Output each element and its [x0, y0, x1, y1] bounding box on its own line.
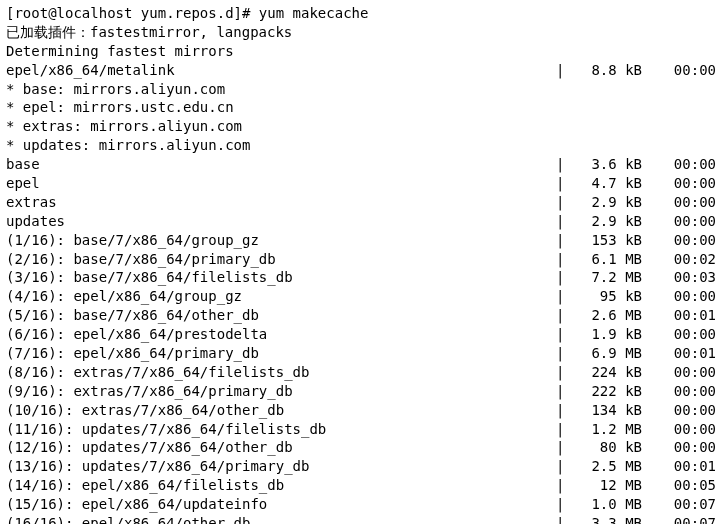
- time: 00:00: [646, 325, 716, 344]
- item-name: (4/16): epel/x86_64/group_gz: [6, 287, 556, 306]
- size: 222 kB: [572, 382, 646, 401]
- file-row: (14/16): epel/x86_64/filelists_db|12 MB0…: [6, 476, 716, 495]
- separator: |: [556, 476, 572, 495]
- size: 95 kB: [572, 287, 646, 306]
- time: 00:00: [646, 61, 716, 80]
- separator: |: [556, 268, 572, 287]
- item-name: (2/16): base/7/x86_64/primary_db: [6, 250, 556, 269]
- item-name: (7/16): epel/x86_64/primary_db: [6, 344, 556, 363]
- size: 2.6 MB: [572, 306, 646, 325]
- size: 3.6 kB: [572, 155, 646, 174]
- time: 00:01: [646, 306, 716, 325]
- time: 00:01: [646, 457, 716, 476]
- separator: |: [556, 382, 572, 401]
- repo-name: epel/x86_64/metalink: [6, 61, 556, 80]
- separator: |: [556, 363, 572, 382]
- time: 00:00: [646, 287, 716, 306]
- size: 224 kB: [572, 363, 646, 382]
- item-name: (16/16): epel/x86_64/other_db: [6, 514, 556, 524]
- separator: |: [556, 174, 572, 193]
- shell-prompt[interactable]: [root@localhost yum.repos.d]# yum makeca…: [6, 4, 716, 23]
- separator: |: [556, 457, 572, 476]
- size: 2.9 kB: [572, 193, 646, 212]
- time: 00:00: [646, 401, 716, 420]
- file-row: (13/16): updates/7/x86_64/primary_db|2.5…: [6, 457, 716, 476]
- file-row: (3/16): base/7/x86_64/filelists_db|7.2 M…: [6, 268, 716, 287]
- separator: |: [556, 438, 572, 457]
- file-row: (5/16): base/7/x86_64/other_db|2.6 MB00:…: [6, 306, 716, 325]
- item-name: (6/16): epel/x86_64/prestodelta: [6, 325, 556, 344]
- time: 00:00: [646, 363, 716, 382]
- file-row: (9/16): extras/7/x86_64/primary_db|222 k…: [6, 382, 716, 401]
- size: 153 kB: [572, 231, 646, 250]
- time: 00:00: [646, 174, 716, 193]
- terminal-output: [root@localhost yum.repos.d]# yum makeca…: [6, 4, 716, 524]
- time: 00:00: [646, 438, 716, 457]
- separator: |: [556, 155, 572, 174]
- separator: |: [556, 325, 572, 344]
- item-name: (14/16): epel/x86_64/filelists_db: [6, 476, 556, 495]
- time: 00:03: [646, 268, 716, 287]
- repo-row: epel|4.7 kB00:00: [6, 174, 716, 193]
- file-row: (1/16): base/7/x86_64/group_gz|153 kB00:…: [6, 231, 716, 250]
- plugins-line: 已加载插件：fastestmirror, langpacks: [6, 23, 716, 42]
- item-name: epel: [6, 174, 556, 193]
- file-row: (15/16): epel/x86_64/updateinfo|1.0 MB00…: [6, 495, 716, 514]
- size: 8.8 kB: [572, 61, 646, 80]
- item-name: (10/16): extras/7/x86_64/other_db: [6, 401, 556, 420]
- mirror-line: * updates: mirrors.aliyun.com: [6, 136, 716, 155]
- size: 2.9 kB: [572, 212, 646, 231]
- separator: |: [556, 495, 572, 514]
- time: 00:00: [646, 420, 716, 439]
- separator: |: [556, 344, 572, 363]
- time: 00:00: [646, 193, 716, 212]
- item-name: (11/16): updates/7/x86_64/filelists_db: [6, 420, 556, 439]
- item-name: updates: [6, 212, 556, 231]
- item-name: extras: [6, 193, 556, 212]
- size: 6.9 MB: [572, 344, 646, 363]
- separator: |: [556, 212, 572, 231]
- separator: |: [556, 250, 572, 269]
- separator: |: [556, 420, 572, 439]
- metalink-row: epel/x86_64/metalink | 8.8 kB 00:00: [6, 61, 716, 80]
- size: 1.9 kB: [572, 325, 646, 344]
- separator: |: [556, 231, 572, 250]
- size: 1.2 MB: [572, 420, 646, 439]
- time: 00:07: [646, 514, 716, 524]
- size: 1.0 MB: [572, 495, 646, 514]
- file-row: (11/16): updates/7/x86_64/filelists_db|1…: [6, 420, 716, 439]
- item-name: (12/16): updates/7/x86_64/other_db: [6, 438, 556, 457]
- item-name: (8/16): extras/7/x86_64/filelists_db: [6, 363, 556, 382]
- repo-row: extras|2.9 kB00:00: [6, 193, 716, 212]
- separator: |: [556, 287, 572, 306]
- file-row: (6/16): epel/x86_64/prestodelta|1.9 kB00…: [6, 325, 716, 344]
- file-row: (16/16): epel/x86_64/other_db|3.3 MB00:0…: [6, 514, 716, 524]
- size: 4.7 kB: [572, 174, 646, 193]
- time: 00:07: [646, 495, 716, 514]
- time: 00:00: [646, 231, 716, 250]
- repo-row: updates|2.9 kB00:00: [6, 212, 716, 231]
- file-row: (8/16): extras/7/x86_64/filelists_db|224…: [6, 363, 716, 382]
- file-row: (7/16): epel/x86_64/primary_db|6.9 MB00:…: [6, 344, 716, 363]
- separator: |: [556, 401, 572, 420]
- size: 12 MB: [572, 476, 646, 495]
- size: 7.2 MB: [572, 268, 646, 287]
- mirror-line: * base: mirrors.aliyun.com: [6, 80, 716, 99]
- mirror-line: * epel: mirrors.ustc.edu.cn: [6, 98, 716, 117]
- time: 00:02: [646, 250, 716, 269]
- size: 2.5 MB: [572, 457, 646, 476]
- item-name: (9/16): extras/7/x86_64/primary_db: [6, 382, 556, 401]
- size: 3.3 MB: [572, 514, 646, 524]
- item-name: (5/16): base/7/x86_64/other_db: [6, 306, 556, 325]
- file-row: (12/16): updates/7/x86_64/other_db|80 kB…: [6, 438, 716, 457]
- separator: |: [556, 306, 572, 325]
- time: 00:00: [646, 382, 716, 401]
- size: 6.1 MB: [572, 250, 646, 269]
- separator: |: [556, 514, 572, 524]
- item-name: (3/16): base/7/x86_64/filelists_db: [6, 268, 556, 287]
- file-row: (10/16): extras/7/x86_64/other_db|134 kB…: [6, 401, 716, 420]
- time: 00:01: [646, 344, 716, 363]
- time: 00:00: [646, 212, 716, 231]
- item-name: base: [6, 155, 556, 174]
- size: 80 kB: [572, 438, 646, 457]
